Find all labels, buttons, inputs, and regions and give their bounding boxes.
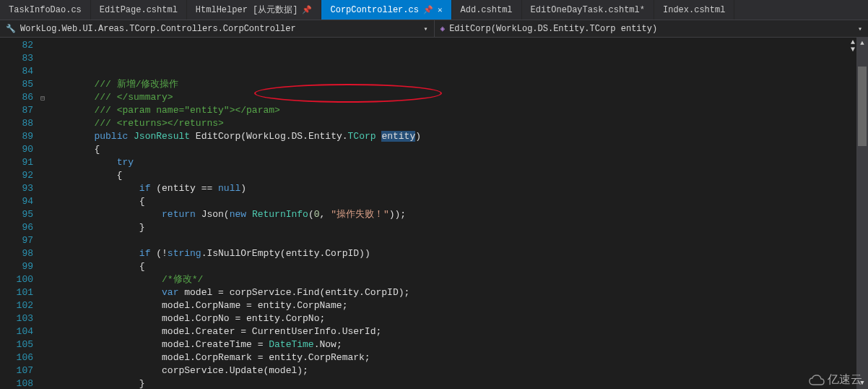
line-number: 96 — [0, 221, 33, 234]
code-line[interactable]: model.CorpName = entity.CorpName; — [49, 299, 868, 312]
token-comment: /// </summary> — [94, 92, 173, 103]
token-p: { — [49, 261, 145, 272]
token-p — [49, 157, 117, 168]
token-p — [49, 183, 139, 194]
scroll-down-button[interactable]: ▼ — [856, 377, 868, 389]
token-default: model.Creater = CurrentUserInfo.UserId; — [49, 326, 381, 337]
file-tab[interactable]: EditOneDayTask.cshtml* — [522, 0, 654, 20]
token-default: .Now; — [314, 339, 342, 350]
vertical-scrollbar[interactable]: ▲ ▼ — [856, 38, 868, 389]
code-line[interactable] — [49, 234, 868, 247]
code-line[interactable]: /// <param name="entity"></param> — [49, 104, 868, 117]
code-line[interactable]: if (entity == null) — [49, 182, 868, 195]
code-editor[interactable]: 8283848586⊟87888990919293949596979899100… — [0, 38, 868, 389]
code-line[interactable]: try — [49, 156, 868, 169]
token-default: DS — [292, 131, 303, 142]
code-line[interactable]: public JsonResult EditCorp(WorkLog.DS.En… — [49, 130, 868, 143]
file-tab[interactable]: HtmlHelper [从元数据]📌 — [187, 0, 322, 20]
token-p — [49, 209, 162, 220]
line-number: 91 — [0, 156, 33, 169]
line-number: 89 — [0, 130, 33, 143]
code-area[interactable]: /// 新增/修改操作 /// </summary> /// <param na… — [49, 38, 868, 389]
code-line[interactable]: var model = corpService.Find(entity.Corp… — [49, 286, 868, 299]
token-type: TCorp — [348, 131, 376, 142]
line-number: 85 — [0, 78, 33, 91]
line-number: 84 — [0, 65, 33, 78]
line-number: 103 — [0, 312, 33, 325]
token-p — [49, 105, 94, 116]
line-number: 108 — [0, 377, 33, 389]
token-keyword: string — [168, 248, 201, 259]
code-line[interactable]: /// <returns></returns> — [49, 117, 868, 130]
pin-icon[interactable]: 📌 — [302, 5, 312, 14]
line-number: 98 — [0, 247, 33, 260]
split-view-icon[interactable]: ▲▼ — [851, 39, 855, 54]
token-default: model = corpService.Find(entity.CorpID); — [178, 287, 409, 298]
code-line[interactable]: return Json(new ReturnInfo(0, "操作失败！")); — [49, 208, 868, 221]
file-tab[interactable]: Add.cshtml — [452, 0, 522, 20]
token-p — [49, 131, 94, 142]
token-type: DateTime — [269, 339, 313, 350]
chevron-down-icon: ▾ — [423, 25, 428, 33]
token-keyword: null — [218, 183, 240, 194]
token-default: Json( — [196, 209, 230, 220]
token-default: model.CorpName = entity.CorpName; — [49, 300, 347, 311]
code-line[interactable]: model.Creater = CurrentUserInfo.UserId; — [49, 325, 868, 338]
pin-icon[interactable]: 📌 — [423, 5, 433, 14]
token-keyword: new — [230, 209, 246, 220]
token-p: )); — [389, 209, 406, 220]
token-p — [49, 248, 139, 259]
code-line[interactable]: model.CorpNo = entity.CorpNo; — [49, 312, 868, 325]
token-default: corpService.Update(model); — [49, 365, 308, 376]
nav-scope-class[interactable]: 🔧 WorkLog.Web.UI.Areas.TCorp.Controllers… — [0, 20, 435, 37]
code-line[interactable]: /// </summary> — [49, 91, 868, 104]
nav-scope-member[interactable]: ◈ EditCorp(WorkLog.DS.Entity.TCorp entit… — [435, 20, 869, 37]
line-number: 82 — [0, 39, 33, 52]
token-default: (! — [150, 248, 167, 259]
token-default: model.CorpRemark = entity.CorpRemark; — [49, 352, 370, 363]
line-number: 97 — [0, 234, 33, 247]
token-p — [246, 209, 252, 220]
token-comment: /*修改*/ — [162, 274, 203, 285]
tab-label: TaskInfoDao.cs — [9, 5, 82, 15]
tab-label: Add.cshtml — [461, 5, 513, 15]
code-line[interactable]: } — [49, 221, 868, 234]
code-line[interactable]: model.CorpRemark = entity.CorpRemark; — [49, 351, 868, 364]
token-p: } — [49, 378, 145, 389]
line-number: 93 — [0, 182, 33, 195]
file-tab[interactable]: TaskInfoDao.cs — [0, 0, 91, 20]
scroll-up-button[interactable]: ▲ — [856, 38, 868, 49]
tab-label: Index.cshtml — [663, 5, 725, 15]
file-tab[interactable]: CorpController.cs📌✕ — [321, 0, 451, 20]
code-line[interactable]: /// 新增/修改操作 — [49, 78, 868, 91]
code-line[interactable]: { — [49, 195, 868, 208]
token-p: { — [49, 170, 122, 181]
fold-toggle-icon[interactable]: ⊟ — [40, 93, 45, 106]
file-tab[interactable]: Index.cshtml — [654, 0, 734, 20]
code-line[interactable]: { — [49, 260, 868, 273]
token-default: (entity == — [150, 183, 218, 194]
token-p: } — [49, 222, 145, 233]
line-number: 86 — [0, 91, 33, 104]
line-number: 102 — [0, 299, 33, 312]
token-comment: /// <param name="entity"></param> — [94, 105, 279, 116]
close-icon[interactable]: ✕ — [438, 5, 443, 14]
code-line[interactable]: corpService.Update(model); — [49, 364, 868, 377]
code-line[interactable]: { — [49, 143, 868, 156]
code-line[interactable]: { — [49, 169, 868, 182]
line-number: 94 — [0, 195, 33, 208]
code-line[interactable]: model.CreateTime = DateTime.Now; — [49, 338, 868, 351]
token-default: WorkLog — [246, 131, 286, 142]
line-number: 87 — [0, 104, 33, 117]
tab-label: HtmlHelper [从元数据] — [196, 4, 298, 16]
token-type: JsonResult — [134, 131, 190, 142]
token-keyword: if — [139, 248, 151, 259]
token-p: . — [303, 131, 308, 142]
file-tab[interactable]: EditPage.cshtml — [91, 0, 187, 20]
code-line[interactable]: /*修改*/ — [49, 273, 868, 286]
line-number: 99 — [0, 260, 33, 273]
scrollbar-thumb[interactable] — [858, 67, 867, 146]
code-line[interactable]: if (!string.IsNullOrEmpty(entity.CorpID)… — [49, 247, 868, 260]
token-p: { — [49, 196, 145, 207]
code-line[interactable]: } — [49, 377, 868, 389]
